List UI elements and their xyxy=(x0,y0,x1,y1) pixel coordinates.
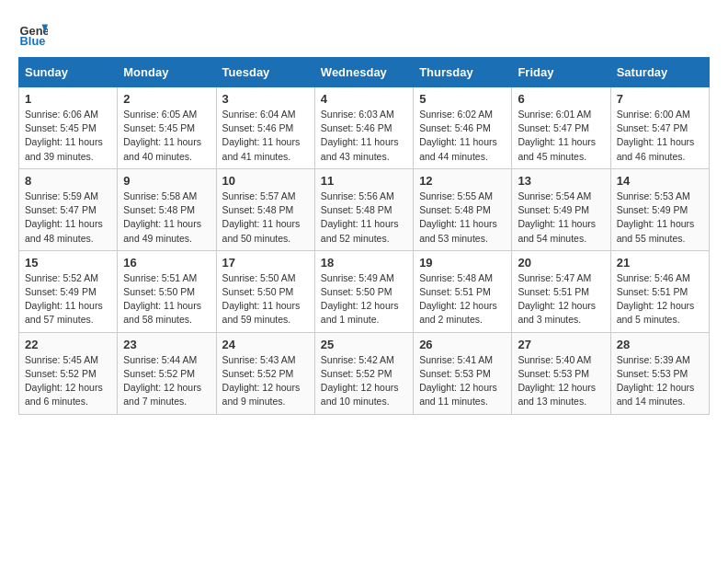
day-info: Sunrise: 6:04 AM Sunset: 5:46 PM Dayligh… xyxy=(222,108,309,164)
sunset-text: Sunset: 5:49 PM xyxy=(617,204,688,215)
calendar-cell: 19 Sunrise: 5:48 AM Sunset: 5:51 PM Dayl… xyxy=(414,250,512,332)
day-info: Sunrise: 6:01 AM Sunset: 5:47 PM Dayligh… xyxy=(518,108,604,164)
sunrise-text: Sunrise: 5:58 AM xyxy=(123,190,197,201)
sunset-text: Sunset: 5:48 PM xyxy=(419,204,491,215)
sunrise-text: Sunrise: 6:06 AM xyxy=(25,109,98,120)
day-number: 2 xyxy=(123,92,210,106)
logo-icon: General Blue xyxy=(18,18,48,48)
day-info: Sunrise: 5:44 AM Sunset: 5:52 PM Dayligh… xyxy=(123,353,210,409)
sunrise-text: Sunrise: 5:53 AM xyxy=(617,190,690,201)
day-number: 23 xyxy=(123,338,210,351)
sunrise-text: Sunrise: 6:00 AM xyxy=(617,109,690,120)
sunrise-text: Sunrise: 5:56 AM xyxy=(321,190,394,201)
calendar-cell: 18 Sunrise: 5:49 AM Sunset: 5:50 PM Dayl… xyxy=(314,250,413,332)
day-number: 25 xyxy=(321,338,407,351)
calendar-cell: 4 Sunrise: 6:03 AM Sunset: 5:46 PM Dayli… xyxy=(314,87,413,169)
calendar-cell: 23 Sunrise: 5:44 AM Sunset: 5:52 PM Dayl… xyxy=(118,332,216,414)
calendar-week-row: 15 Sunrise: 5:52 AM Sunset: 5:49 PM Dayl… xyxy=(19,250,710,332)
sunset-text: Sunset: 5:48 PM xyxy=(222,204,294,215)
calendar-cell: 13 Sunrise: 5:54 AM Sunset: 5:49 PM Dayl… xyxy=(512,168,610,250)
daylight-text: Daylight: 11 hours and 48 minutes. xyxy=(25,218,103,243)
weekday-header: Wednesday xyxy=(314,58,413,87)
sunrise-text: Sunrise: 5:40 AM xyxy=(518,354,591,365)
day-number: 27 xyxy=(518,338,604,351)
weekday-header: Thursday xyxy=(414,58,512,87)
day-info: Sunrise: 5:56 AM Sunset: 5:48 PM Dayligh… xyxy=(321,190,407,246)
sunset-text: Sunset: 5:47 PM xyxy=(518,122,589,133)
day-info: Sunrise: 5:42 AM Sunset: 5:52 PM Dayligh… xyxy=(321,353,407,409)
calendar-cell: 15 Sunrise: 5:52 AM Sunset: 5:49 PM Dayl… xyxy=(19,250,118,332)
calendar-cell: 8 Sunrise: 5:59 AM Sunset: 5:47 PM Dayli… xyxy=(19,168,118,250)
sunset-text: Sunset: 5:53 PM xyxy=(518,368,589,379)
logo: General Blue xyxy=(18,18,48,48)
sunset-text: Sunset: 5:52 PM xyxy=(321,368,392,379)
daylight-text: Daylight: 11 hours and 50 minutes. xyxy=(222,218,301,243)
day-info: Sunrise: 5:49 AM Sunset: 5:50 PM Dayligh… xyxy=(321,271,407,327)
day-info: Sunrise: 6:02 AM Sunset: 5:46 PM Dayligh… xyxy=(419,108,506,164)
day-number: 13 xyxy=(518,174,604,188)
day-info: Sunrise: 5:52 AM Sunset: 5:49 PM Dayligh… xyxy=(25,271,111,327)
day-info: Sunrise: 6:05 AM Sunset: 5:45 PM Dayligh… xyxy=(123,108,210,164)
sunrise-text: Sunrise: 6:02 AM xyxy=(419,109,493,120)
daylight-text: Daylight: 11 hours and 52 minutes. xyxy=(321,218,399,243)
calendar-cell: 24 Sunrise: 5:43 AM Sunset: 5:52 PM Dayl… xyxy=(216,332,314,414)
day-info: Sunrise: 5:57 AM Sunset: 5:48 PM Dayligh… xyxy=(222,190,309,246)
weekday-header: Sunday xyxy=(19,58,118,87)
sunset-text: Sunset: 5:50 PM xyxy=(222,286,294,297)
sunrise-text: Sunrise: 5:55 AM xyxy=(419,190,493,201)
daylight-text: Daylight: 11 hours and 59 minutes. xyxy=(222,300,301,325)
calendar-cell: 11 Sunrise: 5:56 AM Sunset: 5:48 PM Dayl… xyxy=(314,168,413,250)
calendar-cell: 20 Sunrise: 5:47 AM Sunset: 5:51 PM Dayl… xyxy=(512,250,610,332)
sunrise-text: Sunrise: 6:03 AM xyxy=(321,109,394,120)
calendar-cell: 14 Sunrise: 5:53 AM Sunset: 5:49 PM Dayl… xyxy=(610,168,709,250)
calendar-cell: 28 Sunrise: 5:39 AM Sunset: 5:53 PM Dayl… xyxy=(610,332,709,414)
weekday-header: Saturday xyxy=(610,58,709,87)
sunset-text: Sunset: 5:51 PM xyxy=(419,286,491,297)
day-info: Sunrise: 5:59 AM Sunset: 5:47 PM Dayligh… xyxy=(25,190,111,246)
calendar-week-row: 1 Sunrise: 6:06 AM Sunset: 5:45 PM Dayli… xyxy=(19,87,710,169)
calendar-cell: 9 Sunrise: 5:58 AM Sunset: 5:48 PM Dayli… xyxy=(118,168,216,250)
sunset-text: Sunset: 5:50 PM xyxy=(123,286,195,297)
day-info: Sunrise: 6:06 AM Sunset: 5:45 PM Dayligh… xyxy=(25,108,111,164)
daylight-text: Daylight: 11 hours and 43 minutes. xyxy=(321,136,399,161)
sunrise-text: Sunrise: 5:46 AM xyxy=(617,272,690,283)
daylight-text: Daylight: 11 hours and 54 minutes. xyxy=(518,218,596,243)
sunrise-text: Sunrise: 5:44 AM xyxy=(123,354,197,365)
sunrise-text: Sunrise: 5:51 AM xyxy=(123,272,197,283)
daylight-text: Daylight: 11 hours and 57 minutes. xyxy=(25,300,103,325)
calendar-week-row: 22 Sunrise: 5:45 AM Sunset: 5:52 PM Dayl… xyxy=(19,332,710,414)
day-info: Sunrise: 5:54 AM Sunset: 5:49 PM Dayligh… xyxy=(518,190,604,246)
sunset-text: Sunset: 5:46 PM xyxy=(222,122,294,133)
day-number: 19 xyxy=(419,256,506,270)
sunset-text: Sunset: 5:51 PM xyxy=(617,286,688,297)
day-info: Sunrise: 5:58 AM Sunset: 5:48 PM Dayligh… xyxy=(123,190,210,246)
calendar-header-row: SundayMondayTuesdayWednesdayThursdayFrid… xyxy=(19,58,710,87)
daylight-text: Daylight: 12 hours and 7 minutes. xyxy=(123,382,201,407)
day-number: 12 xyxy=(419,174,506,188)
day-number: 15 xyxy=(25,256,111,270)
sunset-text: Sunset: 5:45 PM xyxy=(123,122,195,133)
daylight-text: Daylight: 11 hours and 40 minutes. xyxy=(123,136,201,161)
daylight-text: Daylight: 12 hours and 3 minutes. xyxy=(518,300,596,325)
day-number: 7 xyxy=(617,92,703,106)
daylight-text: Daylight: 12 hours and 10 minutes. xyxy=(321,382,399,407)
day-number: 10 xyxy=(222,174,309,188)
day-info: Sunrise: 5:55 AM Sunset: 5:48 PM Dayligh… xyxy=(419,190,506,246)
sunset-text: Sunset: 5:47 PM xyxy=(617,122,688,133)
calendar-cell: 2 Sunrise: 6:05 AM Sunset: 5:45 PM Dayli… xyxy=(118,87,216,169)
daylight-text: Daylight: 11 hours and 41 minutes. xyxy=(222,136,301,161)
daylight-text: Daylight: 11 hours and 49 minutes. xyxy=(123,218,201,243)
sunrise-text: Sunrise: 6:05 AM xyxy=(123,109,197,120)
sunrise-text: Sunrise: 5:43 AM xyxy=(222,354,296,365)
sunrise-text: Sunrise: 5:57 AM xyxy=(222,190,296,201)
day-info: Sunrise: 5:45 AM Sunset: 5:52 PM Dayligh… xyxy=(25,353,111,409)
calendar-cell: 6 Sunrise: 6:01 AM Sunset: 5:47 PM Dayli… xyxy=(512,87,610,169)
daylight-text: Daylight: 11 hours and 39 minutes. xyxy=(25,136,103,161)
sunrise-text: Sunrise: 5:52 AM xyxy=(25,272,98,283)
sunset-text: Sunset: 5:52 PM xyxy=(222,368,294,379)
weekday-header: Tuesday xyxy=(216,58,314,87)
day-number: 18 xyxy=(321,256,407,270)
day-number: 8 xyxy=(25,174,111,188)
day-info: Sunrise: 5:46 AM Sunset: 5:51 PM Dayligh… xyxy=(617,271,703,327)
daylight-text: Daylight: 12 hours and 2 minutes. xyxy=(419,300,497,325)
